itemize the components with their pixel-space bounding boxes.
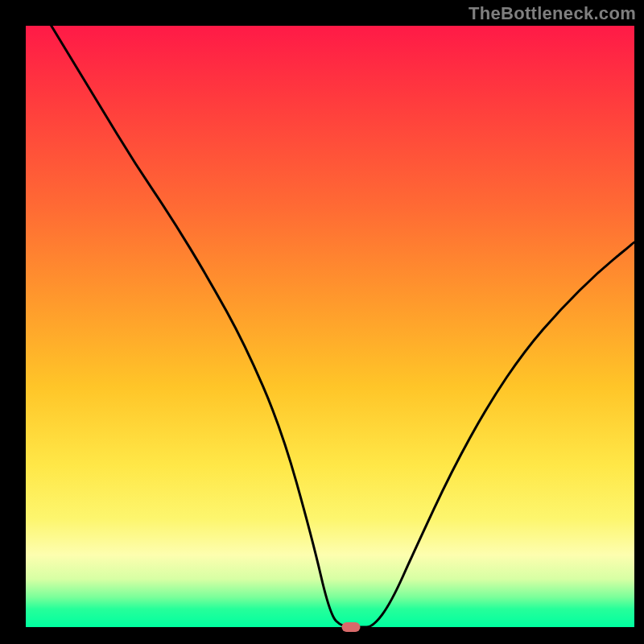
chart-frame: TheBottleneck.com bbox=[0, 0, 644, 644]
optimal-point-marker bbox=[342, 622, 361, 632]
bottleneck-curve bbox=[26, 0, 634, 627]
plot-area bbox=[26, 26, 634, 627]
attribution-text: TheBottleneck.com bbox=[469, 3, 636, 24]
curve-layer bbox=[26, 26, 634, 627]
